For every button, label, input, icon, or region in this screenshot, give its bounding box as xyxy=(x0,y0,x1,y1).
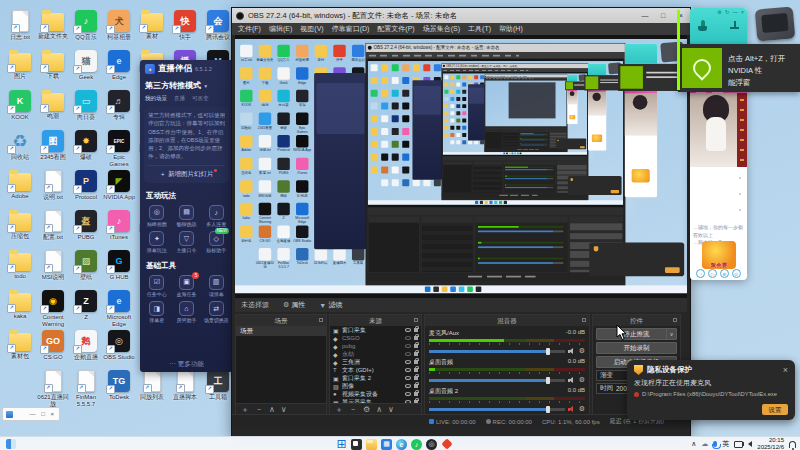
tool-item[interactable]: ♪多人连麦 xyxy=(202,205,230,228)
side-panel-window-controls[interactable]: ⚙ ↻ — × xyxy=(717,9,745,15)
lock-icon[interactable] xyxy=(414,376,418,380)
controls-dock-header[interactable]: 控件 xyxy=(593,315,680,326)
window-control[interactable]: — xyxy=(636,12,654,19)
menu-item[interactable]: 工具(T) xyxy=(468,24,491,34)
speaker-icon[interactable] xyxy=(568,377,576,384)
desktop-icon[interactable]: 下载 xyxy=(39,50,67,88)
speaker-icon[interactable] xyxy=(748,441,752,447)
desktop-icon[interactable]: 素材包 xyxy=(6,330,34,368)
obs-titlebar[interactable]: OBS 27.2.4 (64-bit, windows) - 配置文件: 未命名… xyxy=(232,8,690,23)
taskbar-icon-start[interactable]: ⊞ xyxy=(336,439,347,450)
vertical-ad-banner[interactable] xyxy=(737,93,747,167)
taskbar-icon-obs[interactable]: ◎ xyxy=(426,439,437,450)
taskbar-icon-edge[interactable]: e xyxy=(396,439,407,450)
window-control[interactable]: × xyxy=(672,12,690,19)
eye-icon[interactable] xyxy=(405,368,411,372)
settings-button[interactable]: 设置 xyxy=(762,404,788,415)
desktop-icon[interactable]: 说明.txt xyxy=(39,170,67,208)
menu-item[interactable]: 帮助(H) xyxy=(499,24,523,34)
desktop-icon[interactable]: 日志.txt xyxy=(6,10,34,48)
panel-action-icon[interactable]: ◔ xyxy=(696,269,705,278)
eye-icon[interactable] xyxy=(405,384,411,388)
tool-item[interactable]: ◨弹幕君 xyxy=(143,301,171,324)
desktop-icon[interactable]: 素材 xyxy=(138,10,166,48)
desktop-icon[interactable]: 猫Geek xyxy=(72,50,100,88)
lock-icon[interactable] xyxy=(414,392,418,396)
desktop-icon[interactable]: PProtocol xyxy=(72,170,100,208)
desktop-icon[interactable]: 工工具箱 xyxy=(204,370,232,408)
panel-action-icon[interactable]: ⊗ xyxy=(720,269,729,278)
desktop-icon[interactable]: kaka xyxy=(6,290,34,328)
desktop-icon[interactable]: 压缩包 xyxy=(6,210,34,248)
desktop-icon[interactable]: ◉Content Warning xyxy=(39,290,67,328)
notification-bell-icon[interactable] xyxy=(789,441,796,448)
lock-icon[interactable] xyxy=(414,384,418,388)
lock-icon[interactable] xyxy=(414,336,418,340)
volume-slider[interactable] xyxy=(429,350,565,353)
lock-icon[interactable] xyxy=(414,328,418,332)
slider-handle[interactable] xyxy=(546,406,550,413)
volume-slider[interactable] xyxy=(429,379,565,382)
clock[interactable]: 20:15 2025/12/6 xyxy=(757,437,784,450)
desktop-icon[interactable]: 直播脚本 xyxy=(171,370,199,408)
desktop-icon[interactable]: ♬专辑 xyxy=(105,90,133,128)
desktop-icon[interactable]: MSI说明 xyxy=(39,250,67,288)
chevron-down-icon[interactable]: ∨ xyxy=(666,329,676,339)
mini-window-titlebar[interactable]: — □ × xyxy=(2,407,60,421)
taskbar-icon-store[interactable]: ▦ xyxy=(381,439,392,450)
tool-item[interactable]: ◎巅峰画面 xyxy=(143,205,171,228)
tool-item[interactable]: ◇NEW贴标助手 xyxy=(202,231,230,254)
game-event-banner[interactable]: 聚会赛 xyxy=(702,241,736,269)
tool-item[interactable]: ✦弹幕玩法 xyxy=(143,231,171,254)
control-button[interactable]: 停止推流∨ xyxy=(596,328,677,340)
control-button[interactable]: 开始录制 xyxy=(596,342,677,354)
desktop-icon[interactable]: 会腾讯会议 xyxy=(204,10,232,48)
lock-icon[interactable] xyxy=(414,400,418,403)
desktop-icon[interactable]: eEdge xyxy=(105,50,133,88)
more-functions-button[interactable]: ··· 更多功能 xyxy=(140,360,233,369)
taskbar-icon-explorer[interactable] xyxy=(366,439,377,450)
menu-item[interactable]: 配置文件(P) xyxy=(377,24,414,34)
properties-button[interactable]: ⚙ 属性 xyxy=(283,300,305,310)
window-control[interactable]: □ xyxy=(654,12,672,19)
taskbar-icon-music[interactable]: ♪ xyxy=(411,439,422,450)
toolbar-icon[interactable]: ⚙ xyxy=(363,405,370,414)
lock-icon[interactable] xyxy=(414,368,418,372)
sources-list[interactable]: ▣窗口采集◆CSGO◆pubg◆永劫◆三角洲T文本 (GDI+)▣窗口采集 2▨… xyxy=(330,326,421,403)
tray-chevron-icon[interactable]: ∧ xyxy=(691,440,696,448)
desktop-icon[interactable]: todo xyxy=(6,250,34,288)
desktop-icon[interactable]: 快快手 xyxy=(171,10,199,48)
taskbar-icon-task-view[interactable] xyxy=(351,439,362,450)
menu-item[interactable]: 文件(F) xyxy=(238,24,261,34)
companion-tab[interactable]: 我的场景 xyxy=(145,95,167,102)
sources-dock-header[interactable]: 来源 xyxy=(330,315,421,326)
companion-tab[interactable]: 可改变 xyxy=(192,95,209,102)
gear-icon[interactable]: ⚙ xyxy=(579,405,585,413)
streamer-photo[interactable] xyxy=(690,93,747,167)
desktop-icon[interactable]: ♻回收站 xyxy=(6,130,34,168)
panel-action-icon[interactable]: ⊙ xyxy=(732,269,741,278)
desktop-icon[interactable]: 0621直播回放 xyxy=(39,370,67,408)
desktop-icon[interactable]: KKOOK xyxy=(6,90,34,128)
slider-handle[interactable] xyxy=(546,348,550,355)
desktop-icon-gpu[interactable] xyxy=(753,4,798,44)
cloud-icon[interactable]: ☁ xyxy=(701,440,708,448)
scenes-dock-header[interactable]: 场景 xyxy=(236,315,326,326)
desktop-icon[interactable]: 盔PUBG xyxy=(72,210,100,248)
desktop-icon[interactable]: ◤NVIDIA App xyxy=(105,170,133,208)
taskbar-icon-douyu[interactable] xyxy=(441,438,452,449)
nvidia-notification[interactable]: 点击 Alt+Z，打开 NVIDIA 性 能浮窗 xyxy=(678,44,800,92)
volume-slider[interactable] xyxy=(429,408,565,411)
tool-item[interactable]: ⇄场景切换器 xyxy=(202,301,230,324)
source-row[interactable]: ▣窗口采集 xyxy=(330,326,421,334)
toolbar-icon[interactable]: ∨ xyxy=(388,405,394,414)
eye-icon[interactable] xyxy=(405,360,411,364)
tool-item[interactable]: ☑任务中心 xyxy=(143,275,171,298)
microphone-icon[interactable] xyxy=(713,441,717,447)
tool-item[interactable]: ▣5蓝海任务 xyxy=(172,275,200,298)
ime-indicator[interactable]: 英 xyxy=(722,439,729,449)
menu-item[interactable]: 视图(V) xyxy=(300,24,323,34)
desktop-icon[interactable]: eMicrosoft Edge xyxy=(105,290,133,328)
desktop-icon[interactable]: 新建文件夹 xyxy=(39,10,67,48)
eye-icon[interactable] xyxy=(405,344,411,348)
